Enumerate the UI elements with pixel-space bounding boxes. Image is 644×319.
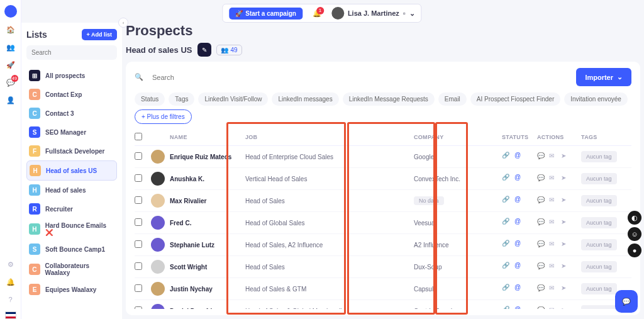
- row-checkbox[interactable]: [135, 196, 142, 204]
- col-statuts[interactable]: STATUTS: [502, 134, 537, 140]
- list-item[interactable]: SSEO Manager: [26, 123, 117, 142]
- mail-icon[interactable]: ✉: [549, 218, 558, 228]
- prospect-count[interactable]: 👥 49: [216, 45, 242, 55]
- widget-1[interactable]: ◐: [628, 211, 641, 225]
- avatar[interactable]: [151, 304, 165, 309]
- widget-2[interactable]: ☺: [628, 227, 641, 241]
- filter-chip[interactable]: LinkedIn Message Requests: [343, 92, 435, 106]
- row-checkbox[interactable]: [135, 284, 142, 292]
- at-icon[interactable]: @: [514, 284, 525, 294]
- tag-button[interactable]: Aucun tag: [581, 195, 617, 206]
- campaigns-icon[interactable]: 🚀: [5, 59, 16, 70]
- at-icon[interactable]: @: [514, 240, 525, 250]
- avatar[interactable]: [151, 150, 165, 164]
- list-item[interactable]: CContact Exp: [26, 85, 117, 104]
- filter-chip[interactable]: Email: [438, 92, 467, 106]
- mail-icon[interactable]: ✉: [549, 306, 558, 310]
- tag-button[interactable]: Aucun tag: [581, 239, 617, 250]
- more-filters-button[interactable]: + Plus de filtres: [135, 109, 192, 124]
- list-item[interactable]: EEquipes Waalaxy: [26, 280, 117, 299]
- avatar[interactable]: [151, 172, 165, 186]
- table-row[interactable]: Max Rivalier Head of Sales No data 🔗 @ 💬…: [135, 190, 631, 212]
- send-icon[interactable]: ➤: [561, 174, 570, 184]
- row-checkbox[interactable]: [135, 152, 142, 160]
- send-icon[interactable]: ➤: [561, 262, 570, 272]
- start-campaign-button[interactable]: 🚀 Start a campaign: [229, 8, 303, 20]
- col-name[interactable]: NAME: [170, 134, 245, 140]
- list-item[interactable]: CContact 3: [26, 104, 117, 123]
- list-item[interactable]: RRecruiter: [26, 199, 117, 218]
- tag-button[interactable]: Aucun tag: [581, 173, 617, 184]
- message-icon[interactable]: 💬: [537, 306, 547, 310]
- list-item[interactable]: HHard Bounce Emails ❌: [26, 218, 117, 240]
- mail-icon[interactable]: ✉: [549, 152, 558, 162]
- list-item[interactable]: CCollaborateurs Waalaxy: [26, 259, 117, 280]
- send-icon[interactable]: ➤: [561, 218, 570, 228]
- send-icon[interactable]: ➤: [561, 284, 570, 294]
- row-checkbox[interactable]: [135, 262, 142, 270]
- link-icon[interactable]: 🔗: [502, 196, 512, 206]
- language-flag[interactable]: [5, 311, 16, 319]
- add-list-button[interactable]: + Add list: [82, 29, 117, 40]
- table-row[interactable]: Justin Nychay Head of Sales & GTM Capsul…: [135, 278, 631, 300]
- tag-button[interactable]: Aucun tag: [581, 217, 617, 228]
- filter-chip[interactable]: Invitation envoyée: [564, 92, 628, 106]
- alerts-icon[interactable]: 🔔: [5, 276, 16, 288]
- list-item[interactable]: HHead of sales: [26, 181, 117, 199]
- mail-icon[interactable]: ✉: [549, 174, 558, 184]
- message-icon[interactable]: 💬: [537, 284, 547, 294]
- filter-chip[interactable]: LinkedIn messages: [272, 92, 338, 106]
- table-row[interactable]: Fred C. Head of Global Sales Veesual 🔗 @…: [135, 212, 631, 234]
- table-row[interactable]: Anushka K. Vertical Head of Sales Convex…: [135, 168, 631, 190]
- message-icon[interactable]: 💬: [537, 240, 547, 250]
- row-checkbox[interactable]: [135, 218, 142, 226]
- at-icon[interactable]: @: [514, 306, 525, 309]
- row-checkbox[interactable]: [135, 240, 142, 248]
- list-item[interactable]: SSoft Bounce Camp1: [26, 240, 117, 259]
- message-icon[interactable]: 💬: [537, 218, 547, 228]
- mail-icon[interactable]: ✉: [549, 262, 558, 272]
- link-icon[interactable]: 🔗: [502, 284, 512, 294]
- table-row[interactable]: Scott Wright Head of Sales Dux-Soup 🔗 @ …: [135, 256, 631, 278]
- message-icon[interactable]: 💬: [537, 174, 547, 184]
- send-icon[interactable]: ➤: [561, 306, 570, 310]
- table-row[interactable]: Daniel Denefrio Head of Sales & Global M…: [135, 300, 631, 309]
- mail-icon[interactable]: ✉: [549, 284, 558, 294]
- widget-3[interactable]: ●: [628, 243, 641, 257]
- col-job[interactable]: JOB: [245, 134, 414, 140]
- avatar[interactable]: [151, 238, 165, 252]
- tag-button[interactable]: Aucun tag: [581, 283, 617, 294]
- collapse-sidebar-button[interactable]: ‹: [118, 18, 128, 28]
- tag-button[interactable]: Aucun tag: [581, 305, 617, 309]
- team-icon[interactable]: 👤: [5, 94, 16, 106]
- filter-chip[interactable]: LinkedIn Visit/Follow: [198, 92, 268, 106]
- inbox-icon[interactable]: 💬49: [5, 77, 16, 88]
- at-icon[interactable]: @: [514, 174, 525, 184]
- at-icon[interactable]: @: [514, 262, 525, 272]
- home-icon[interactable]: 🏠: [5, 24, 16, 35]
- send-icon[interactable]: ➤: [561, 196, 570, 206]
- filter-chip[interactable]: Status: [135, 92, 165, 106]
- chat-widget[interactable]: 💬: [615, 290, 638, 313]
- edit-list-button[interactable]: ✎: [197, 43, 211, 57]
- avatar[interactable]: [151, 282, 165, 296]
- link-icon[interactable]: 🔗: [502, 240, 512, 250]
- at-icon[interactable]: @: [514, 218, 525, 228]
- import-button[interactable]: Importer ⌄: [576, 68, 631, 86]
- row-checkbox[interactable]: [135, 306, 142, 309]
- tag-button[interactable]: Aucun tag: [581, 261, 617, 272]
- message-icon[interactable]: 💬: [537, 196, 547, 206]
- select-all-checkbox[interactable]: [135, 133, 142, 140]
- message-icon[interactable]: 💬: [537, 262, 547, 272]
- link-icon[interactable]: 🔗: [502, 152, 512, 162]
- link-icon[interactable]: 🔗: [502, 218, 512, 228]
- help-icon[interactable]: ?: [5, 294, 16, 305]
- at-icon[interactable]: @: [514, 152, 525, 162]
- tag-button[interactable]: Aucun tag: [581, 151, 617, 162]
- send-icon[interactable]: ➤: [561, 152, 570, 162]
- link-icon[interactable]: 🔗: [502, 262, 512, 272]
- lists-search-input[interactable]: [26, 45, 117, 60]
- mail-icon[interactable]: ✉: [549, 240, 558, 250]
- list-item[interactable]: FFullstack Developer: [26, 142, 117, 160]
- table-row[interactable]: Stephanie Lutz Head of Sales, A2 Influen…: [135, 234, 631, 256]
